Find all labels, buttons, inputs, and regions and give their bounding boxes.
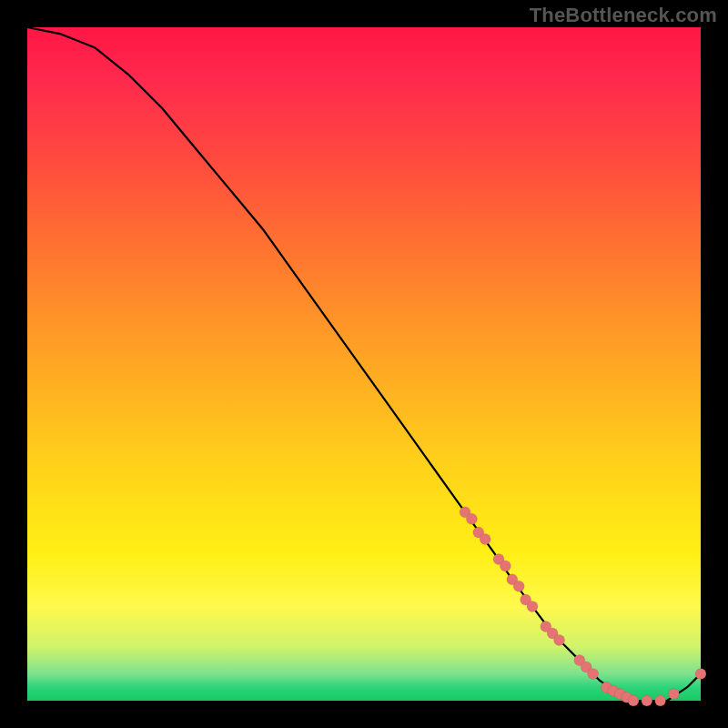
marker-group bbox=[460, 507, 706, 706]
plot-area bbox=[27, 27, 701, 701]
data-marker bbox=[513, 581, 524, 592]
watermark-label: TheBottleneck.com bbox=[530, 4, 717, 27]
chart-svg bbox=[27, 27, 701, 701]
data-marker bbox=[527, 601, 538, 612]
data-marker bbox=[554, 634, 565, 645]
data-marker bbox=[695, 668, 706, 679]
data-marker bbox=[642, 695, 652, 706]
data-marker bbox=[668, 689, 679, 700]
bottleneck-curve bbox=[27, 27, 701, 701]
data-marker bbox=[466, 513, 477, 524]
data-marker bbox=[500, 561, 511, 571]
chart-frame: TheBottleneck.com bbox=[0, 0, 728, 728]
data-marker bbox=[588, 668, 599, 679]
data-marker bbox=[480, 533, 490, 544]
data-marker bbox=[628, 695, 639, 706]
data-marker bbox=[655, 695, 666, 706]
